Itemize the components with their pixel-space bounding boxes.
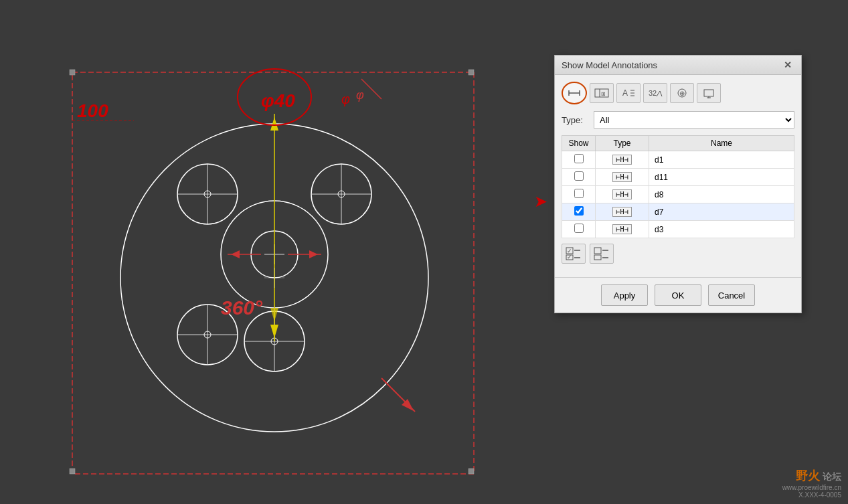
show-checkbox-d7[interactable]	[574, 206, 584, 216]
watermark: 野火 论坛 www.proewildfire.cn X.XXX-4-0005	[782, 468, 841, 499]
type-row: Type: All Dimension Note Surface Finish …	[562, 111, 794, 129]
svg-rect-73	[594, 255, 601, 260]
svg-text:⊞: ⊞	[601, 91, 606, 97]
toolbar-datum-btn[interactable]	[697, 83, 721, 103]
table-row: ⊢H⊣d8	[562, 186, 794, 203]
svg-text:A: A	[622, 88, 628, 98]
table-row: ⊢H⊣d7	[562, 203, 794, 221]
select-all-btn[interactable]: ✓ ✓	[562, 244, 586, 264]
show-cell	[562, 203, 596, 221]
svg-rect-5	[469, 469, 474, 474]
table-body: ⊢H⊣d1⊢H⊣d11⊢H⊣d8⊢H⊣d7⊢H⊣d3	[562, 151, 794, 238]
svg-text:✓: ✓	[567, 254, 572, 260]
toolbar-row: ⊞ A 32 ⊕	[562, 82, 794, 104]
action-row: Apply OK Cancel	[555, 277, 801, 313]
col-header-name: Name	[649, 136, 794, 151]
col-header-show: Show	[562, 136, 596, 151]
show-cell	[562, 221, 596, 238]
show-checkbox-d1[interactable]	[574, 154, 584, 163]
type-select[interactable]: All Dimension Note Surface Finish Geomet…	[594, 111, 794, 129]
type-cell: ⊢H⊣	[596, 151, 649, 169]
dialog-body: ⊞ A 32 ⊕	[555, 75, 801, 277]
cad-drawing-area: φ40 φ 100 360° φ	[0, 0, 549, 504]
toolbar-note-btn[interactable]: A	[616, 83, 641, 103]
svg-rect-4	[70, 469, 75, 474]
cancel-button[interactable]: Cancel	[708, 284, 755, 306]
type-cell: ⊢H⊣	[596, 203, 649, 221]
ok-button[interactable]: OK	[655, 284, 701, 306]
svg-text:32: 32	[649, 89, 657, 97]
name-cell: d7	[649, 203, 794, 221]
type-cell: ⊢H⊣	[596, 169, 649, 186]
svg-rect-62	[704, 90, 713, 96]
apply-button[interactable]: Apply	[601, 284, 648, 306]
show-model-annotations-dialog: Show Model Annotations ✕ ⊞	[554, 55, 802, 313]
svg-text:360°: 360°	[221, 297, 263, 319]
toolbar-gtol-btn[interactable]: ⊞	[590, 83, 614, 103]
svg-line-58	[657, 91, 660, 96]
svg-text:φ: φ	[356, 88, 364, 102]
dialog-title: Show Model Annotations	[562, 60, 657, 70]
show-checkbox-d11[interactable]	[574, 171, 584, 181]
svg-text:φ: φ	[341, 92, 350, 106]
col-header-type: Type	[596, 136, 649, 151]
name-cell: d11	[649, 169, 794, 186]
dialog-titlebar: Show Model Annotations ✕	[555, 56, 801, 75]
svg-rect-3	[469, 70, 474, 75]
svg-rect-71	[594, 248, 601, 254]
svg-text:φ40: φ40	[261, 90, 295, 111]
svg-text:⊕: ⊕	[679, 90, 685, 97]
dialog-close-button[interactable]: ✕	[781, 60, 794, 70]
annotation-table: Show Type Name ⊢H⊣d1⊢H⊣d11⊢H⊣d8⊢H⊣d7⊢H⊣d…	[562, 135, 794, 238]
show-cell	[562, 186, 596, 203]
deselect-all-btn[interactable]	[590, 244, 614, 264]
show-checkbox-d8[interactable]	[574, 189, 584, 198]
type-cell: ⊢H⊣	[596, 221, 649, 238]
show-checkbox-d3[interactable]	[574, 224, 584, 233]
name-cell: d8	[649, 186, 794, 203]
svg-rect-2	[70, 70, 75, 75]
table-row: ⊢H⊣d3	[562, 221, 794, 238]
toolbar-dimension-btn[interactable]	[562, 82, 587, 104]
toolbar-symbol-btn[interactable]: ⊕	[670, 83, 694, 103]
table-row: ⊢H⊣d11	[562, 169, 794, 186]
svg-text:100: 100	[77, 100, 108, 121]
table-row: ⊢H⊣d1	[562, 151, 794, 169]
select-btn-row: ✓ ✓	[562, 244, 794, 264]
toolbar-surface-btn[interactable]: 32	[643, 83, 667, 103]
svg-line-59	[660, 91, 662, 96]
name-cell: d3	[649, 221, 794, 238]
type-cell: ⊢H⊣	[596, 186, 649, 203]
watermark-version: X.XXX-4-0005	[782, 491, 841, 499]
arrow-annotation: ➤	[534, 192, 547, 211]
name-cell: d1	[649, 151, 794, 169]
show-cell	[562, 169, 596, 186]
type-label: Type:	[562, 115, 588, 125]
watermark-logo: 野火 论坛	[782, 468, 841, 484]
show-cell	[562, 151, 596, 169]
watermark-url: www.proewildfire.cn	[782, 484, 841, 491]
